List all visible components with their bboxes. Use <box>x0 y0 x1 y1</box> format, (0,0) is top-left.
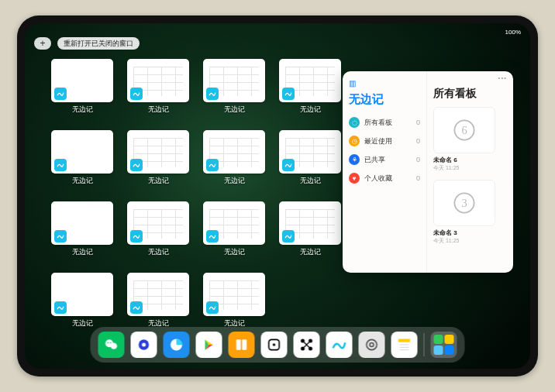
reopen-closed-window-button[interactable]: 重新打开已关闭的窗口 <box>57 37 140 50</box>
window-thumbnail[interactable]: 无边记 <box>203 201 265 257</box>
window-preview <box>127 273 189 316</box>
window-label: 无边记 <box>148 176 169 186</box>
window-label: 无边记 <box>72 247 93 257</box>
freeform-app-icon <box>206 230 219 242</box>
panel-sidebar: ▥ 无边记 ◌ 所有看板 0 ◷ 最近使用 0 ⚘ 已共享 0 ♥ 个人收藏 0 <box>343 71 426 273</box>
freeform-app-icon <box>206 159 219 171</box>
freeform-app-icon <box>282 230 295 242</box>
category-count: 0 <box>416 137 420 145</box>
freeform-app-icon <box>130 301 143 314</box>
window-thumbnail[interactable]: 无边记 <box>51 130 113 186</box>
svg-point-6 <box>108 342 109 344</box>
window-thumbnail[interactable]: 无边记 <box>127 201 189 257</box>
category-count: 0 <box>416 119 420 126</box>
svg-point-9 <box>142 343 146 347</box>
window-thumbnail[interactable]: 无边记 <box>51 59 113 115</box>
freeform-app-icon <box>282 88 295 100</box>
board-preview: 6 <box>433 107 495 153</box>
window-label: 无边记 <box>300 247 321 257</box>
board-time: 今天 11:25 <box>433 164 507 172</box>
dock-app-freeform[interactable] <box>326 332 353 358</box>
window-thumbnail[interactable]: 无边记 <box>51 273 113 328</box>
window-thumbnail[interactable]: 无边记 <box>279 59 341 115</box>
dock-app-play[interactable] <box>196 332 222 358</box>
dock-app-dice[interactable] <box>261 332 288 358</box>
chat-icon: ◌ <box>349 117 360 128</box>
board-item[interactable]: 3 未命名 3 今天 11:25 <box>433 180 507 245</box>
dock-app-books[interactable] <box>229 332 255 358</box>
category-chat[interactable]: ◌ 所有看板 0 <box>349 113 420 132</box>
window-thumbnail[interactable]: 无边记 <box>127 130 189 186</box>
more-icon[interactable]: ••• <box>498 74 507 81</box>
panel-content: ••• 所有看板 6 未命名 6 今天 11:25 3 未命名 3 今天 11:… <box>426 71 513 273</box>
window-thumbnail[interactable]: 无边记 <box>203 130 265 186</box>
svg-point-14 <box>273 343 275 346</box>
svg-point-19 <box>367 339 377 349</box>
reopen-label: 重新打开已关闭的窗口 <box>64 39 133 49</box>
window-thumbnail[interactable]: 无边记 <box>51 201 113 257</box>
app-overview-panel[interactable]: ▥ 无边记 ◌ 所有看板 0 ◷ 最近使用 0 ⚘ 已共享 0 ♥ 个人收藏 0… <box>343 71 513 273</box>
status-right: 100% <box>505 29 521 36</box>
freeform-app-icon <box>54 159 67 171</box>
window-thumbnail[interactable]: 无边记 <box>279 130 341 186</box>
window-preview <box>127 59 189 102</box>
freeform-app-icon <box>54 230 67 242</box>
svg-text:3: 3 <box>461 197 467 209</box>
svg-point-20 <box>370 343 374 347</box>
window-preview <box>203 59 265 102</box>
screen: 100% + 重新打开已关闭的窗口 无边记 无边记 无边记 无边记 <box>25 23 530 369</box>
people-icon: ⚘ <box>349 154 360 165</box>
svg-point-7 <box>110 342 112 344</box>
sidebar-toggle-icon[interactable]: ▥ <box>349 79 356 88</box>
freeform-app-icon <box>206 88 219 100</box>
window-preview <box>203 130 265 174</box>
category-people[interactable]: ⚘ 已共享 0 <box>349 150 420 169</box>
dock-separator <box>424 333 425 356</box>
window-thumbnail[interactable]: 无边记 <box>203 273 265 328</box>
window-preview <box>51 273 113 316</box>
dock-recent-folder[interactable] <box>431 332 457 358</box>
window-label: 无边记 <box>224 176 245 186</box>
svg-rect-11 <box>236 339 241 349</box>
window-preview <box>127 201 189 245</box>
category-heart[interactable]: ♥ 个人收藏 0 <box>349 169 420 187</box>
heart-icon: ♥ <box>349 173 360 184</box>
dock-app-wechat[interactable] <box>98 332 125 358</box>
window-preview <box>279 59 341 102</box>
dock-app-nodes[interactable] <box>294 332 320 358</box>
dock-app-notes[interactable] <box>391 332 418 358</box>
status-bar: 100% <box>25 26 530 37</box>
board-preview: 3 <box>433 180 495 226</box>
window-preview <box>51 59 113 102</box>
new-window-button[interactable]: + <box>34 37 51 50</box>
category-label: 个人收藏 <box>364 174 392 184</box>
window-preview <box>203 273 265 316</box>
board-name: 未命名 6 <box>433 156 507 164</box>
dock-app-quark[interactable] <box>131 332 157 358</box>
window-preview <box>51 201 113 245</box>
svg-rect-12 <box>242 339 246 349</box>
dock-app-settings[interactable] <box>359 332 385 358</box>
freeform-app-icon <box>54 88 67 100</box>
ipad-frame: 100% + 重新打开已关闭的窗口 无边记 无边记 无边记 无边记 <box>17 15 538 377</box>
window-thumbnail[interactable]: 无边记 <box>279 201 341 257</box>
freeform-app-icon <box>282 159 295 171</box>
board-item[interactable]: 6 未命名 6 今天 11:25 <box>433 107 507 172</box>
dock-app-qqbrowser[interactable] <box>164 332 190 358</box>
panel-app-title: 无边记 <box>349 92 420 107</box>
freeform-app-icon <box>130 230 143 242</box>
window-thumbnail[interactable]: 无边记 <box>127 273 189 328</box>
window-preview <box>127 130 189 174</box>
category-clock[interactable]: ◷ 最近使用 0 <box>349 132 420 150</box>
freeform-app-icon <box>206 301 219 314</box>
window-preview <box>279 130 341 174</box>
window-label: 无边记 <box>300 105 321 115</box>
category-count: 0 <box>416 156 420 163</box>
window-thumbnail[interactable]: 无边记 <box>203 59 265 115</box>
svg-text:6: 6 <box>461 124 467 136</box>
board-name: 未命名 3 <box>433 229 507 237</box>
board-time: 今天 11:25 <box>433 237 507 245</box>
category-label: 所有看板 <box>364 118 392 128</box>
window-thumbnail[interactable]: 无边记 <box>127 59 189 115</box>
panel-section-title: 所有看板 <box>433 87 507 101</box>
